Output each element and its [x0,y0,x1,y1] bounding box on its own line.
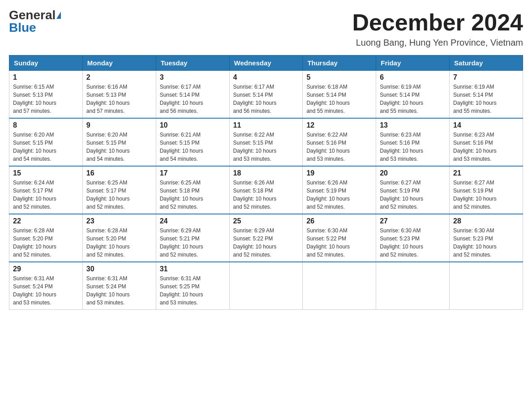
day-info: Sunrise: 6:29 AMSunset: 5:21 PMDaylight:… [160,227,226,259]
day-number: 9 [86,121,152,129]
day-info: Sunrise: 6:30 AMSunset: 5:23 PMDaylight:… [453,227,519,259]
day-number: 21 [453,169,519,177]
calendar-cell: 21 Sunrise: 6:27 AMSunset: 5:19 PMDaylig… [450,166,523,214]
day-number: 24 [160,217,226,225]
calendar-table: SundayMondayTuesdayWednesdayThursdayFrid… [9,55,523,310]
day-info: Sunrise: 6:22 AMSunset: 5:15 PMDaylight:… [233,131,299,163]
calendar-cell [229,262,303,310]
weekday-header-monday: Monday [82,56,156,71]
day-number: 26 [306,217,372,225]
calendar-cell: 5 Sunrise: 6:18 AMSunset: 5:14 PMDayligh… [303,71,376,119]
calendar-cell [376,262,450,310]
day-number: 4 [233,73,299,81]
calendar-cell: 8 Sunrise: 6:20 AMSunset: 5:15 PMDayligh… [9,118,83,166]
day-number: 27 [380,217,446,225]
day-info: Sunrise: 6:23 AMSunset: 5:16 PMDaylight:… [380,131,446,163]
week-row-1: 1 Sunrise: 6:15 AMSunset: 5:13 PMDayligh… [9,71,523,119]
calendar-cell: 19 Sunrise: 6:26 AMSunset: 5:19 PMDaylig… [303,166,376,214]
calendar-cell: 2 Sunrise: 6:16 AMSunset: 5:13 PMDayligh… [82,71,156,119]
day-number: 30 [86,265,152,273]
day-info: Sunrise: 6:26 AMSunset: 5:18 PMDaylight:… [233,179,299,211]
day-info: Sunrise: 6:31 AMSunset: 5:25 PMDaylight:… [160,274,226,307]
day-number: 11 [233,121,299,129]
day-number: 13 [380,121,446,129]
calendar-cell: 13 Sunrise: 6:23 AMSunset: 5:16 PMDaylig… [376,118,450,166]
calendar-cell: 25 Sunrise: 6:29 AMSunset: 5:22 PMDaylig… [229,214,303,262]
day-number: 31 [160,265,226,273]
day-info: Sunrise: 6:16 AMSunset: 5:13 PMDaylight:… [86,83,152,115]
calendar-cell: 11 Sunrise: 6:22 AMSunset: 5:15 PMDaylig… [229,118,303,166]
calendar-cell: 22 Sunrise: 6:28 AMSunset: 5:20 PMDaylig… [9,214,83,262]
calendar-cell: 29 Sunrise: 6:31 AMSunset: 5:24 PMDaylig… [9,262,83,310]
day-number: 16 [86,169,152,177]
weekday-header-thursday: Thursday [303,56,376,71]
calendar-cell: 16 Sunrise: 6:25 AMSunset: 5:17 PMDaylig… [82,166,156,214]
day-number: 28 [453,217,519,225]
day-info: Sunrise: 6:27 AMSunset: 5:19 PMDaylight:… [453,179,519,211]
page-header: General Blue December 2024 Luong Bang, H… [9,9,523,48]
day-info: Sunrise: 6:27 AMSunset: 5:19 PMDaylight:… [380,179,446,211]
day-info: Sunrise: 6:29 AMSunset: 5:22 PMDaylight:… [233,227,299,259]
day-info: Sunrise: 6:28 AMSunset: 5:20 PMDaylight:… [86,227,152,259]
day-number: 29 [13,265,79,273]
day-info: Sunrise: 6:31 AMSunset: 5:24 PMDaylight:… [86,274,152,307]
day-number: 23 [86,217,152,225]
day-info: Sunrise: 6:21 AMSunset: 5:15 PMDaylight:… [160,131,226,163]
logo-triangle-icon [56,12,61,19]
day-number: 1 [13,73,79,81]
calendar-cell: 18 Sunrise: 6:26 AMSunset: 5:18 PMDaylig… [229,166,303,214]
day-number: 3 [160,73,226,81]
day-info: Sunrise: 6:19 AMSunset: 5:14 PMDaylight:… [380,83,446,115]
week-row-4: 22 Sunrise: 6:28 AMSunset: 5:20 PMDaylig… [9,214,523,262]
day-number: 2 [86,73,152,81]
day-info: Sunrise: 6:25 AMSunset: 5:18 PMDaylight:… [160,179,226,211]
week-row-3: 15 Sunrise: 6:24 AMSunset: 5:17 PMDaylig… [9,166,523,214]
calendar-cell: 30 Sunrise: 6:31 AMSunset: 5:24 PMDaylig… [82,262,156,310]
logo-general-text: General [9,9,56,21]
calendar-cell [303,262,376,310]
day-info: Sunrise: 6:30 AMSunset: 5:23 PMDaylight:… [380,227,446,259]
calendar-cell: 31 Sunrise: 6:31 AMSunset: 5:25 PMDaylig… [156,262,229,310]
calendar-cell: 1 Sunrise: 6:15 AMSunset: 5:13 PMDayligh… [9,71,83,119]
day-info: Sunrise: 6:22 AMSunset: 5:16 PMDaylight:… [306,131,372,163]
weekday-header-tuesday: Tuesday [156,56,229,71]
day-number: 10 [160,121,226,129]
logo-blue-text: Blue [9,21,36,34]
title-section: December 2024 Luong Bang, Hung Yen Provi… [352,9,523,48]
day-number: 5 [306,73,372,81]
day-info: Sunrise: 6:17 AMSunset: 5:14 PMDaylight:… [233,83,299,115]
weekday-header-row: SundayMondayTuesdayWednesdayThursdayFrid… [9,56,523,71]
calendar-cell: 20 Sunrise: 6:27 AMSunset: 5:19 PMDaylig… [376,166,450,214]
day-info: Sunrise: 6:20 AMSunset: 5:15 PMDaylight:… [86,131,152,163]
calendar-cell: 12 Sunrise: 6:22 AMSunset: 5:16 PMDaylig… [303,118,376,166]
weekday-header-sunday: Sunday [9,56,83,71]
calendar-cell: 27 Sunrise: 6:30 AMSunset: 5:23 PMDaylig… [376,214,450,262]
day-info: Sunrise: 6:31 AMSunset: 5:24 PMDaylight:… [13,274,79,307]
calendar-cell [450,262,523,310]
day-number: 6 [380,73,446,81]
day-info: Sunrise: 6:26 AMSunset: 5:19 PMDaylight:… [306,179,372,211]
day-number: 14 [453,121,519,129]
calendar-cell: 7 Sunrise: 6:19 AMSunset: 5:14 PMDayligh… [450,71,523,119]
day-number: 19 [306,169,372,177]
day-info: Sunrise: 6:25 AMSunset: 5:17 PMDaylight:… [86,179,152,211]
calendar-cell: 10 Sunrise: 6:21 AMSunset: 5:15 PMDaylig… [156,118,229,166]
calendar-cell: 9 Sunrise: 6:20 AMSunset: 5:15 PMDayligh… [82,118,156,166]
calendar-cell: 6 Sunrise: 6:19 AMSunset: 5:14 PMDayligh… [376,71,450,119]
day-info: Sunrise: 6:24 AMSunset: 5:17 PMDaylight:… [13,179,79,211]
day-number: 25 [233,217,299,225]
day-number: 8 [13,121,79,129]
day-info: Sunrise: 6:18 AMSunset: 5:14 PMDaylight:… [306,83,372,115]
calendar-cell: 28 Sunrise: 6:30 AMSunset: 5:23 PMDaylig… [450,214,523,262]
day-number: 7 [453,73,519,81]
weekday-header-saturday: Saturday [450,56,523,71]
day-info: Sunrise: 6:20 AMSunset: 5:15 PMDaylight:… [13,131,79,163]
day-number: 20 [380,169,446,177]
calendar-cell: 14 Sunrise: 6:23 AMSunset: 5:16 PMDaylig… [450,118,523,166]
week-row-2: 8 Sunrise: 6:20 AMSunset: 5:15 PMDayligh… [9,118,523,166]
logo: General Blue [9,9,61,34]
weekday-header-wednesday: Wednesday [229,56,303,71]
calendar-cell: 4 Sunrise: 6:17 AMSunset: 5:14 PMDayligh… [229,71,303,119]
day-info: Sunrise: 6:23 AMSunset: 5:16 PMDaylight:… [453,131,519,163]
day-number: 12 [306,121,372,129]
